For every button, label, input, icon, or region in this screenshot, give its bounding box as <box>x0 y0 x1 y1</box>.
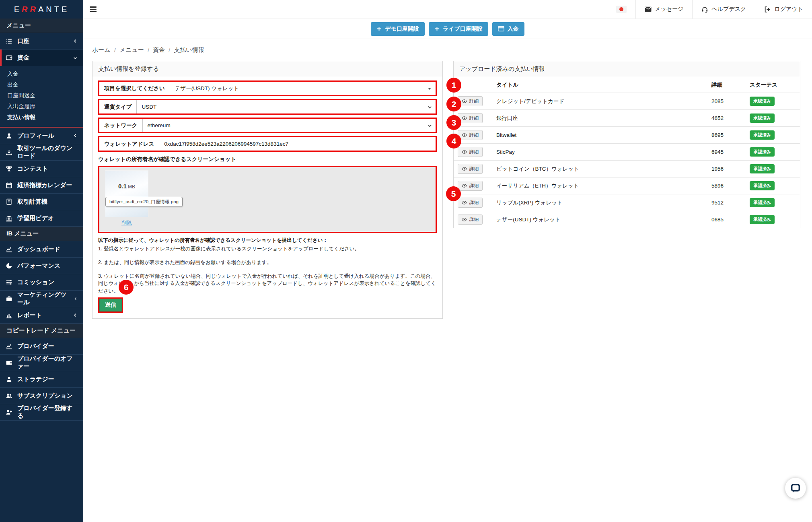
eye-icon <box>462 133 467 137</box>
live-chat-button[interactable] <box>785 478 806 499</box>
detail-button[interactable]: 詳細 <box>458 130 483 140</box>
instruction-step-2: 2. または、同じ情報が表示された画面の録画をお願いする場合があります。 <box>98 259 437 266</box>
credit-card-icon <box>498 26 504 31</box>
sidebar-item-profile[interactable]: プロフィール <box>0 128 83 144</box>
detail-button[interactable]: 詳細 <box>458 96 483 106</box>
sidebar-subitem-transaction-history[interactable]: 入出金履歴 <box>0 101 83 112</box>
sidebar-item-label: ストラテジー <box>17 376 54 383</box>
payment-title: クレジット/デビットカード <box>492 93 707 110</box>
breadcrumb-separator: / <box>148 47 149 54</box>
network-value: ethereum <box>148 122 171 128</box>
sidebar-item-contest[interactable]: コンテスト <box>0 161 83 177</box>
currency-type-label: 通貨タイプ <box>99 100 137 113</box>
item-type-value: テザー(USDT) ウォレット <box>175 85 239 92</box>
sidebar-item-provider[interactable]: プロバイダー <box>0 338 83 355</box>
open-demo-account-button[interactable]: デモ口座開設 <box>371 22 425 36</box>
detail-button[interactable]: 詳細 <box>458 113 483 123</box>
table-row: 詳細 ビットコイン（BTC）ウォレット 1956 承認済み <box>454 161 800 177</box>
sidebar-subitem-deposit[interactable]: 入金 <box>0 68 83 79</box>
deposit-button[interactable]: 入金 <box>492 22 524 36</box>
table-row: 詳細 Bitwallet 8695 承認済み <box>454 127 800 144</box>
detail-button[interactable]: 詳細 <box>458 147 483 157</box>
menu-toggle-icon[interactable] <box>83 0 103 19</box>
file-name-tooltip: bitflyer_usdt_erc20_口座情報.png <box>105 197 183 207</box>
sidebar-item-label: ダッシュボード <box>17 246 60 253</box>
network-select[interactable]: ethereum <box>143 119 436 132</box>
file-size-value: 0.1 <box>118 183 127 190</box>
annotation-step-6: 6 <box>119 280 134 295</box>
wallet-address-input[interactable]: 0xdac17f958d2ee523a2206206994597c13d831e… <box>159 137 436 151</box>
helpdesk-link[interactable]: ヘルプデスク <box>692 0 755 19</box>
sidebar-section-copy-trade-menu: コピートレード メニュー <box>0 324 83 338</box>
field-row-item-type: 項目を選択してください テザー(USDT) ウォレット <box>98 80 437 96</box>
sidebar-item-learning-videos[interactable]: 学習用ビデオ <box>0 210 83 227</box>
sidebar-subitem-internal-transfer[interactable]: 口座間送金 <box>0 90 83 101</box>
status-badge: 承認済み <box>750 181 775 190</box>
submit-button[interactable]: 送信 <box>99 299 122 312</box>
funds-submenu: 入金 出金 口座間送金 入出金履歴 支払い情報 <box>0 66 83 128</box>
topbar: メッセージ ヘルプデスク ログアウト <box>83 0 812 19</box>
detail-button-label: 詳細 <box>469 217 479 223</box>
open-demo-account-label: デモ口座開設 <box>385 25 419 33</box>
messages-link[interactable]: メッセージ <box>635 0 692 19</box>
detail-button[interactable]: 詳細 <box>458 181 483 191</box>
detail-button[interactable]: 詳細 <box>458 164 483 174</box>
status-badge: 承認済み <box>750 215 775 224</box>
instruction-step-1: 1. 登録名とウォレットアドレスが一枚の画像に表示されているスクリーンショットを… <box>98 245 437 253</box>
breadcrumb: ホーム / メニュー / 資金 / 支払い情報 <box>92 46 812 54</box>
breadcrumb-separator: / <box>169 47 170 54</box>
sidebar-item-trading-calculator[interactable]: 取引計算機 <box>0 194 83 210</box>
breadcrumb-home[interactable]: ホーム <box>92 46 111 54</box>
annotation-step-3: 3 <box>446 115 461 130</box>
payment-title: 銀行口座 <box>492 110 707 127</box>
payment-code: 4652 <box>707 110 746 127</box>
delete-file-link[interactable]: 削除 <box>115 219 138 227</box>
sidebar-section-label: メニュー <box>6 22 31 29</box>
payment-methods-table: タイトル 詳細 スターテス 詳細 クレジット/デビットカード 2085 承認済み… <box>454 77 800 228</box>
payment-code: 2085 <box>707 93 746 110</box>
item-type-select[interactable]: テザー(USDT) ウォレット <box>170 82 436 95</box>
sidebar-item-marketing-tools[interactable]: マーケティングツール <box>0 291 83 307</box>
uploaded-file-thumbnail[interactable]: 0.1 MB <box>105 171 148 217</box>
sidebar-item-performance[interactable]: パフォーマンス <box>0 258 83 274</box>
payment-code: 1956 <box>707 161 746 177</box>
screenshot-upload-area[interactable]: 0.1 MB bitflyer_usdt_erc20_口座情報.png 削除 <box>98 166 437 233</box>
payment-code: 8695 <box>707 127 746 144</box>
sidebar-item-dashboard[interactable]: ダッシュボード <box>0 241 83 258</box>
language-selector[interactable] <box>607 0 635 19</box>
wallet-icon <box>6 54 12 61</box>
detail-button-label: 詳細 <box>469 132 479 138</box>
sidebar-item-download-tools[interactable]: 取引ツールのダウンロード <box>0 144 83 161</box>
file-size-unit: MB <box>128 184 135 190</box>
sidebar-item-label: パフォーマンス <box>17 262 60 270</box>
sidebar-item-register-provider[interactable]: プロバイダー登録する <box>0 404 83 421</box>
table-row: 詳細 リップル(XRP) ウォレット 9512 承認済み <box>454 194 800 211</box>
sidebar-item-economic-calendar[interactable]: 経済指標カレンダー <box>0 177 83 194</box>
envelope-icon <box>645 6 652 12</box>
sidebar-item-subscription[interactable]: サブスクリプション <box>0 388 83 404</box>
detail-button[interactable]: 詳細 <box>458 198 483 208</box>
payment-title: Bitwallet <box>492 127 707 144</box>
breadcrumb-funds[interactable]: 資金 <box>153 46 165 54</box>
chevron-left-icon <box>74 296 78 301</box>
breadcrumb-menu[interactable]: メニュー <box>119 46 144 54</box>
trophy-icon <box>6 165 12 172</box>
sidebar-section-ib-menu: IB メニュー <box>0 227 83 241</box>
sidebar-item-strategy[interactable]: ストラテジー <box>0 371 83 388</box>
sidebar-subitem-withdrawal[interactable]: 出金 <box>0 79 83 90</box>
detail-button[interactable]: 詳細 <box>458 215 483 225</box>
sidebar-item-commission[interactable]: コミッション <box>0 274 83 291</box>
sidebar-item-reports[interactable]: レポート <box>0 307 83 324</box>
sidebar-item-funds[interactable]: 資金 <box>0 50 83 66</box>
sidebar-subitem-payment-info[interactable]: 支払い情報 <box>0 112 83 123</box>
deposit-label: 入金 <box>508 25 519 33</box>
logout-link[interactable]: ログアウト <box>755 0 812 19</box>
brand-logo[interactable]: ERRANTE <box>0 0 83 19</box>
sidebar-item-provider-offers[interactable]: プロバイダーのオファー <box>0 355 83 371</box>
sidebar-item-accounts[interactable]: 口座 <box>0 33 83 50</box>
chat-bubble-icon <box>790 483 801 494</box>
column-header-detail: 詳細 <box>707 77 746 93</box>
currency-type-select[interactable]: USDT <box>137 100 436 113</box>
open-live-account-button[interactable]: ライブ口座開設 <box>429 22 488 36</box>
bar-chart-icon <box>6 312 12 319</box>
